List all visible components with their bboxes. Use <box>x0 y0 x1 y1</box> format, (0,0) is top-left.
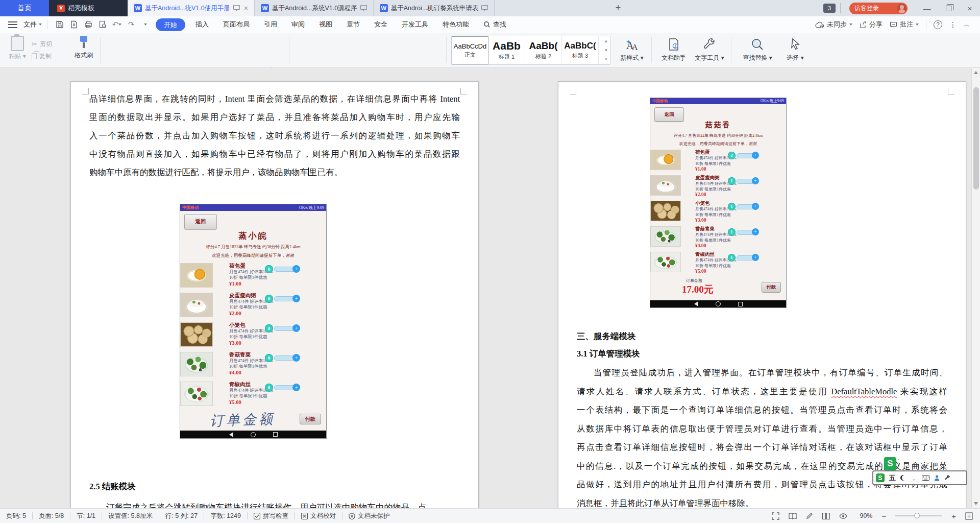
menu-引用[interactable]: 引用 <box>257 16 284 33</box>
file-menu[interactable]: 文件 <box>23 20 42 29</box>
comment-button[interactable]: 批注 <box>890 20 919 29</box>
print-preview-icon[interactable] <box>95 19 110 30</box>
zoom-out-icon[interactable]: − <box>881 512 886 520</box>
new-tab-button[interactable]: + <box>611 2 625 14</box>
ime-mode-wubi[interactable]: 五 <box>889 473 896 483</box>
style-scroll-down-icon[interactable]: ▼ <box>602 45 610 55</box>
redo-icon[interactable]: ↷ <box>124 19 138 30</box>
scroll-up-icon[interactable] <box>974 71 978 74</box>
status-page-number[interactable]: 页码: 5 <box>0 512 32 520</box>
collapse-ribbon-icon[interactable]: ︿ <box>964 20 970 29</box>
menu-安全[interactable]: 安全 <box>367 16 395 33</box>
paste-button[interactable]: 粘贴 ▾ <box>5 36 30 61</box>
format-painter-button[interactable]: 格式刷 <box>70 36 97 60</box>
home-tab[interactable]: 首页 <box>0 0 49 16</box>
document-tab-1[interactable]: W基于Android...统V1.0使用手册× <box>128 0 255 16</box>
share-button[interactable]: 分享 <box>860 20 883 29</box>
style-标题 2[interactable]: AaBb(标题 2 <box>525 36 562 64</box>
spell-assistant-floater[interactable]: S :: <box>884 457 899 470</box>
dish-price: ¥4.00 <box>229 370 241 375</box>
dish-promo: 10折 每单限1件优惠 <box>695 237 731 243</box>
page-layout-view-icon[interactable] <box>822 513 830 519</box>
fullscreen-view-icon[interactable] <box>772 512 779 520</box>
cut-button[interactable]: ✂剪切 <box>32 38 52 50</box>
more-options-icon[interactable]: ⋮ <box>949 20 957 29</box>
style-正文[interactable]: AaBbCcDd正文 <box>452 36 488 64</box>
ime-account-icon[interactable] <box>934 475 940 481</box>
export-pdf-icon[interactable] <box>67 19 81 30</box>
ime-logo-icon[interactable]: S <box>876 473 885 482</box>
floater-handle-dots-icon[interactable]: :: <box>898 457 899 464</box>
paste-icon <box>11 36 24 51</box>
spellcheck-icon <box>254 513 260 519</box>
scrollbar-thumb[interactable] <box>973 87 979 189</box>
docer-tab[interactable]: 稻壳模板 <box>57 0 94 16</box>
read-mode-icon[interactable] <box>789 513 797 519</box>
cloud-icon <box>815 21 824 28</box>
menu-开发工具[interactable]: 开发工具 <box>395 16 435 33</box>
sync-status[interactable]: 未同步 <box>815 20 852 29</box>
text-tool-button[interactable]: 文字工具 ▾ <box>693 37 726 62</box>
status-setting[interactable]: 设置值: 5.8厘米 <box>102 512 159 520</box>
close-button[interactable]: × <box>960 0 980 16</box>
doc-protection-status[interactable]: 文档未保护 <box>342 512 396 520</box>
document-tab-3[interactable]: W基于Androi...机订餐系统申请表 <box>374 0 495 16</box>
scroll-down-icon[interactable] <box>974 502 978 505</box>
menu-find[interactable]: 查找 <box>476 16 513 33</box>
undo-icon[interactable]: ↶ <box>110 19 124 30</box>
ime-keyboard-icon[interactable] <box>922 475 929 481</box>
help-icon[interactable]: ? <box>934 20 942 29</box>
menu-章节[interactable]: 章节 <box>339 16 367 33</box>
status-word-count[interactable]: 字数: 1249 <box>204 512 247 520</box>
copy-button[interactable]: 复制 <box>32 50 52 62</box>
zoom-in-icon[interactable]: + <box>951 512 956 520</box>
quickbar-more-icon[interactable] <box>138 19 153 30</box>
menu-特色功能[interactable]: 特色功能 <box>435 16 476 33</box>
minimize-button[interactable]: — <box>917 0 937 16</box>
doc-assistant-button[interactable]: 文档助手 <box>657 37 690 62</box>
zoom-slider[interactable] <box>895 515 942 516</box>
hamburger-menu-icon[interactable] <box>8 21 17 28</box>
menu-插入[interactable]: 插入 <box>188 16 216 33</box>
restore-button[interactable] <box>938 0 959 16</box>
zoom-slider-thumb[interactable] <box>914 513 920 518</box>
menu-审阅[interactable]: 审阅 <box>284 16 312 33</box>
zoom-value[interactable]: 90% <box>860 512 872 519</box>
notification-badge[interactable]: 3 <box>823 4 836 13</box>
document-tab-2[interactable]: W基于Android...系统V1.0源程序 <box>255 0 374 16</box>
vertical-scrollbar[interactable] <box>971 68 980 508</box>
menu-视图[interactable]: 视图 <box>312 16 339 33</box>
page-left[interactable]: 品详细信息界面，在跳转的同时，Intent 里面会筛选菜品的数据，在详细信息界面… <box>70 81 479 508</box>
guest-login-button[interactable]: 访客登录 <box>849 3 908 14</box>
status-section[interactable]: 节: 1/1 <box>70 512 102 520</box>
find-replace-button[interactable]: 查找替换 ▾ <box>741 37 774 62</box>
menu-页面布局[interactable]: 页面布局 <box>216 16 257 33</box>
print-icon[interactable] <box>81 19 95 30</box>
fit-page-icon[interactable] <box>965 512 973 520</box>
new-style-button[interactable]: AA 新样式 ▾ <box>616 37 648 62</box>
document-tab-label: 基于Androi...机订餐系统申请表 <box>391 4 479 13</box>
ime-lang-icon[interactable] <box>900 475 906 481</box>
qty-badge: 2 <box>728 152 736 159</box>
style-scroll-up-icon[interactable]: ▲ <box>602 36 610 45</box>
save-icon[interactable] <box>53 19 67 30</box>
style-gallery-more-icon[interactable]: ≡ <box>602 55 610 64</box>
ime-toolbox-icon[interactable] <box>944 474 951 481</box>
menu-开始[interactable]: 开始 <box>156 18 185 31</box>
ime-punct[interactable]: ， <box>911 473 917 483</box>
spellcheck-toggle[interactable]: 拼写检查 <box>248 512 295 520</box>
status-row-col[interactable]: 行: 5 列: 27 <box>159 512 204 520</box>
wps-s-icon[interactable]: S <box>884 457 896 470</box>
select-button[interactable]: 选择 ▾ <box>779 37 812 62</box>
style-标题 1[interactable]: AaBb标题 1 <box>488 36 525 64</box>
tab-close-icon[interactable]: × <box>243 4 248 12</box>
page-right[interactable]: 中国移动OK/s 晚上9:09返回菇菇香评分4.7 月售1822单 蜂鸟专送 约… <box>558 81 966 508</box>
status-page-count[interactable]: 页面: 5/8 <box>33 512 70 520</box>
ime-toolbar[interactable]: S 五 ， <box>872 470 967 485</box>
write-mode-icon[interactable] <box>806 512 813 519</box>
dish-price: ¥1.00 <box>695 167 706 172</box>
doc-proof-button[interactable]: 文档校对 <box>295 512 342 520</box>
eye-protection-icon[interactable] <box>839 513 847 519</box>
style-标题 3[interactable]: AaBbC(标题 3 <box>562 36 599 64</box>
back-button: 返回 <box>184 214 217 229</box>
